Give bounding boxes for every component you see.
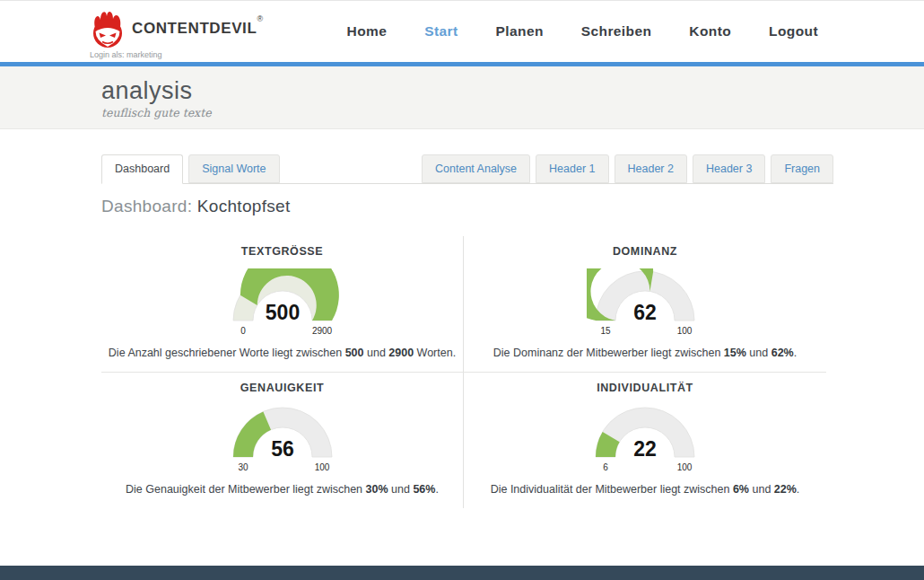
gauge-max-label: 2900 [311,326,332,336]
gauge-value: 500 [265,301,299,324]
tab-header-3[interactable]: Header 3 [693,154,765,183]
page-subtitle: teuflisch gute texte [101,106,924,119]
page: CONTENTDEVIL® Login als: marketing HomeS… [0,0,924,580]
footer-bar [0,566,924,580]
tab-header-2[interactable]: Header 2 [615,154,687,183]
gauge-description: Die Individualität der Mitbewerber liegt… [491,483,800,496]
gauge-max-label: 100 [677,326,693,336]
gauge-chart-dominanz: 6215100 [587,268,703,338]
registered-mark: ® [257,14,263,23]
gauge-description: Die Genauigkeit der Mitbewerber liegt zw… [126,483,439,496]
gauge-title: INDIVIDUALITÄT [597,382,693,394]
gauge-min-label: 0 [240,326,246,336]
tab-header-1[interactable]: Header 1 [536,154,608,183]
gauge-panel-genauigkeit: GENAUIGKEIT5630100Die Genauigkeit der Mi… [101,373,464,508]
brand-name: CONTENTDEVIL® [132,20,263,38]
tab-signal-worte[interactable]: Signal Worte [188,154,279,183]
hero-section: analysis teuflisch gute texte [0,66,924,129]
dashboard-item-name: Kochtopfset [197,197,291,215]
page-title: analysis [101,77,924,105]
gauge-grid: TEXTGRÖSSE50002900Die Anzahl geschrieben… [101,236,826,508]
gauge-chart-textgr-sse: 50002900 [224,268,341,338]
gauge-panel-individualit-t: INDIVIDUALITÄT226100Die Individualität d… [464,373,826,508]
login-as-label: Login als: marketing [90,50,263,59]
gauge-description: Die Dominanz der Mitbewerber liegt zwisc… [493,347,797,359]
main-nav: HomeStartPlanenSchreibenKontoLogout [347,23,818,40]
contentdevil-devil-icon [90,9,126,48]
nav-item-start[interactable]: Start [424,23,458,40]
nav-item-logout[interactable]: Logout [769,23,818,40]
gauge-value: 62 [633,301,657,324]
tab-group-right: Content AnalyseHeader 1Header 2Header 3F… [422,154,833,183]
tab-fragen[interactable]: Fragen [771,154,833,183]
gauge-min-label: 15 [600,326,611,336]
nav-item-planen[interactable]: Planen [496,23,544,40]
tab-content-analyse[interactable]: Content Analyse [422,154,530,183]
gauge-min-label: 6 [603,462,608,472]
tab-dashboard[interactable]: Dashboard [101,154,183,184]
gauge-title: TEXTGRÖSSE [241,245,323,258]
tab-group-left: DashboardSignal Worte [101,154,280,183]
main-content: DashboardSignal Worte Content AnalyseHea… [0,129,924,566]
brand[interactable]: CONTENTDEVIL® Login als: marketing [90,4,263,59]
gauge-panel-dominanz: DOMINANZ6215100Die Dominanz der Mitbewer… [464,236,826,373]
gauge-value: 56 [271,437,294,461]
gauge-description: Die Anzahl geschriebener Worte liegt zwi… [109,347,456,359]
nav-item-home[interactable]: Home [347,23,388,40]
nav-item-schreiben[interactable]: Schreiben [581,23,652,40]
nav-item-konto[interactable]: Konto [689,23,731,40]
gauge-max-label: 100 [314,462,329,472]
dashboard-heading: Dashboard: Kochtopfset [101,197,833,216]
gauge-value: 22 [633,437,657,461]
gauge-panel-textgr-sse: TEXTGRÖSSE50002900Die Anzahl geschrieben… [101,236,464,373]
gauge-title: DOMINANZ [613,245,677,258]
gauge-max-label: 100 [677,462,693,472]
tabs-row: DashboardSignal Worte Content AnalyseHea… [101,154,833,184]
gauge-title: GENAUIGKEIT [240,382,324,394]
top-header: CONTENTDEVIL® Login als: marketing HomeS… [0,1,924,62]
gauge-chart-individualit-t: 226100 [587,405,703,475]
gauge-chart-genauigkeit: 5630100 [224,405,341,475]
gauge-min-label: 30 [238,462,248,472]
